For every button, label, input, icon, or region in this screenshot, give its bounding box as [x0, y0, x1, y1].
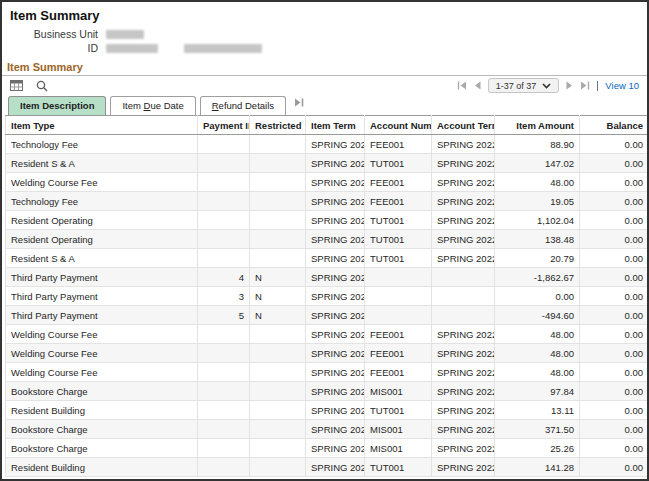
- cell-item-type: Bookstore Charge: [6, 439, 198, 458]
- cell-item-amount: 147.02: [495, 154, 580, 173]
- table-row: Technology FeeSPRING 2022FEE001SPRING 20…: [6, 135, 649, 154]
- cell-item-amount: 138.48: [495, 230, 580, 249]
- table-row: Resident OperatingSPRING 2022TUT001SPRIN…: [6, 211, 649, 230]
- cell-item-term: SPRING 2022: [306, 344, 365, 363]
- cell-item-type: Resident Building: [6, 401, 198, 420]
- cell-account-term: SPRING 2022: [432, 458, 495, 477]
- cell-restricted: [250, 325, 306, 344]
- cell-item-term: SPRING 2022: [306, 401, 365, 420]
- cell-item-amount: 97.84: [495, 382, 580, 401]
- cell-account-term: SPRING 2022: [432, 420, 495, 439]
- table-row: Resident BuildingSPRING 2022TUT001SPRING…: [6, 401, 649, 420]
- id-row: ID: [2, 41, 647, 55]
- col-header-account-term: Account Term: [432, 116, 495, 135]
- cell-account-number: [365, 287, 432, 306]
- first-page-icon[interactable]: [457, 81, 467, 90]
- cell-item-amount: 48.00: [495, 173, 580, 192]
- table-row: Bookstore ChargeSPRING 2022MIS001SPRING …: [6, 420, 649, 439]
- cell-restricted: [250, 363, 306, 382]
- cell-item-term: SPRING 2022: [306, 173, 365, 192]
- cell-item-type: Resident S & A: [6, 249, 198, 268]
- show-following-tabs-icon[interactable]: [294, 93, 305, 111]
- cell-balance: 0.00: [580, 211, 649, 230]
- business-unit-label: Business Unit: [2, 28, 98, 40]
- cell-payment-id: [198, 154, 250, 173]
- cell-item-type: Welding Course Fee: [6, 344, 198, 363]
- cell-item-amount: 141.28: [495, 458, 580, 477]
- view-all-link[interactable]: View 10: [605, 80, 639, 91]
- cell-balance: 0.00: [580, 230, 649, 249]
- cell-item-amount: 13.11: [495, 401, 580, 420]
- cell-item-term: SPRING 2022: [306, 192, 365, 211]
- tab-refund-details[interactable]: Refund Details: [200, 96, 286, 115]
- cell-item-amount: 0.00: [495, 287, 580, 306]
- table-row: Third Party Payment5NSPRING 2022-494.600…: [6, 306, 649, 325]
- cell-payment-id: [198, 173, 250, 192]
- key-fields: Business Unit ID: [2, 27, 647, 55]
- cell-restricted: [250, 249, 306, 268]
- cell-item-amount: 48.00: [495, 344, 580, 363]
- cell-restricted: [250, 211, 306, 230]
- cell-account-term: SPRING 2022: [432, 154, 495, 173]
- row-range-dropdown[interactable]: 1-37 of 37: [488, 78, 560, 93]
- previous-page-icon[interactable]: [474, 81, 481, 90]
- cell-item-amount: 19.05: [495, 192, 580, 211]
- cell-item-term: SPRING 2022: [306, 325, 365, 344]
- cell-account-term: [432, 268, 495, 287]
- cell-payment-id: [198, 249, 250, 268]
- cell-item-type: Resident Operating: [6, 211, 198, 230]
- cell-item-amount: 48.00: [495, 363, 580, 382]
- cell-account-term: SPRING 2022: [432, 439, 495, 458]
- table-row: Resident S & ASPRING 2022TUT001SPRING 20…: [6, 249, 649, 268]
- cell-item-type: Welding Course Fee: [6, 173, 198, 192]
- cell-item-amount: 48.00: [495, 325, 580, 344]
- page-title: Item Summary: [2, 2, 647, 23]
- cell-account-number: TUT001: [365, 154, 432, 173]
- cell-item-type: Third Party Payment: [6, 268, 198, 287]
- col-header-item-term: Item Term: [306, 116, 365, 135]
- tab-strip: Item Description Item Due Date Refund De…: [8, 95, 647, 115]
- cell-balance: 0.00: [580, 306, 649, 325]
- find-icon[interactable]: [36, 80, 48, 92]
- cell-payment-id: [198, 458, 250, 477]
- cell-account-number: MIS001: [365, 382, 432, 401]
- cell-item-type: Resident Operating: [6, 230, 198, 249]
- cell-item-term: SPRING 2022: [306, 363, 365, 382]
- cell-account-number: TUT001: [365, 211, 432, 230]
- cell-item-type: Resident Building: [6, 458, 198, 477]
- cell-account-term: SPRING 2022: [432, 249, 495, 268]
- grid-settings-icon[interactable]: [10, 80, 23, 91]
- cell-payment-id: [198, 439, 250, 458]
- table-row: Third Party Payment4NSPRING 2022-1,862.6…: [6, 268, 649, 287]
- cell-balance: 0.00: [580, 192, 649, 211]
- business-unit-value-redacted: [106, 30, 144, 39]
- cell-payment-id: 4: [198, 268, 250, 287]
- cell-restricted: [250, 439, 306, 458]
- cell-payment-id: [198, 325, 250, 344]
- col-header-item-type: Item Type: [6, 116, 198, 135]
- cell-item-amount: 371.50: [495, 420, 580, 439]
- cell-restricted: [250, 420, 306, 439]
- last-page-icon[interactable]: [580, 81, 590, 90]
- tab-item-description[interactable]: Item Description: [8, 96, 106, 115]
- cell-account-number: TUT001: [365, 249, 432, 268]
- col-header-balance: Balance: [580, 116, 649, 135]
- cell-account-number: FEE001: [365, 325, 432, 344]
- cell-balance: 0.00: [580, 420, 649, 439]
- cell-item-type: Technology Fee: [6, 135, 198, 154]
- cell-account-number: FEE001: [365, 173, 432, 192]
- cell-item-term: SPRING 2022: [306, 382, 365, 401]
- cell-item-term: SPRING 2022: [306, 439, 365, 458]
- cell-balance: 0.00: [580, 439, 649, 458]
- cell-account-number: [365, 306, 432, 325]
- next-page-icon[interactable]: [566, 81, 573, 90]
- cell-item-amount: 25.26: [495, 439, 580, 458]
- cell-account-number: FEE001: [365, 344, 432, 363]
- tab-item-due-date[interactable]: Item Due Date: [110, 96, 195, 115]
- cell-item-term: SPRING 2022: [306, 306, 365, 325]
- chevron-down-icon: [542, 83, 551, 89]
- cell-restricted: [250, 401, 306, 420]
- cell-item-type: Technology Fee: [6, 192, 198, 211]
- cell-item-type: Resident S & A: [6, 154, 198, 173]
- cell-item-amount: -494.60: [495, 306, 580, 325]
